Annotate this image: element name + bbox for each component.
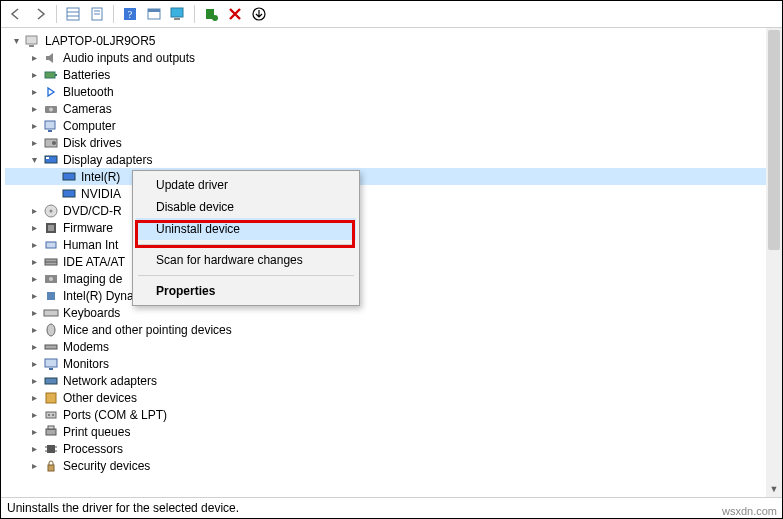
forward-button[interactable] (29, 3, 51, 25)
expand-icon[interactable]: ▸ (27, 119, 41, 133)
action-button[interactable] (143, 3, 165, 25)
tree-category[interactable]: ▸ Human Int (5, 236, 766, 253)
tree-category[interactable]: ▸ Ports (COM & LPT) (5, 406, 766, 423)
expand-icon[interactable]: ▸ (27, 391, 41, 405)
tree-category[interactable]: ▸ Processors (5, 440, 766, 457)
menu-item-scan-hardware[interactable]: Scan for hardware changes (136, 249, 356, 271)
ide-icon (43, 254, 59, 270)
page-icon (90, 7, 104, 21)
add-legacy-button[interactable] (200, 3, 222, 25)
camera-icon (43, 101, 59, 117)
svg-rect-46 (46, 412, 56, 418)
tree-category[interactable]: ▸ Print queues (5, 423, 766, 440)
expand-icon[interactable]: ▸ (27, 323, 41, 337)
category-label: Modems (63, 340, 109, 354)
scroll-down-icon[interactable]: ▼ (766, 481, 782, 497)
category-label: Firmware (63, 221, 113, 235)
vertical-scrollbar[interactable]: ▲ ▼ (766, 28, 782, 497)
tree-category[interactable]: ▸ Firmware (5, 219, 766, 236)
tree-category[interactable]: ▸ Keyboards (5, 304, 766, 321)
svg-point-24 (52, 141, 56, 145)
tree-category[interactable]: ▸ Imaging de (5, 270, 766, 287)
svg-rect-15 (26, 36, 37, 44)
tree-category[interactable]: ▸ Other devices (5, 389, 766, 406)
help-icon: ? (123, 7, 137, 21)
properties-button[interactable] (86, 3, 108, 25)
menu-separator (138, 244, 354, 245)
tree-device-nvidia[interactable]: ▸ NVIDIA (5, 185, 766, 202)
tree-category[interactable]: ▸ Mice and other pointing devices (5, 321, 766, 338)
uninstall-button[interactable] (224, 3, 246, 25)
expand-icon[interactable]: ▸ (27, 442, 41, 456)
expand-icon[interactable]: ▸ (27, 85, 41, 99)
tree-category[interactable]: ▸ Cameras (5, 100, 766, 117)
device-label: NVIDIA (81, 187, 121, 201)
display-adapter-icon (61, 186, 77, 202)
device-tree[interactable]: ▾ LAPTOP-0LJR9OR5 ▸ Audio inputs and out… (1, 28, 766, 497)
svg-rect-32 (48, 225, 54, 231)
tree-category-display[interactable]: ▾ Display adapters (5, 151, 766, 168)
tree-category[interactable]: ▸ Batteries (5, 66, 766, 83)
disk-icon (43, 135, 59, 151)
collapse-icon[interactable]: ▾ (27, 153, 41, 167)
update-driver-button[interactable] (248, 3, 270, 25)
menu-item-disable-device[interactable]: Disable device (136, 196, 356, 218)
expand-icon[interactable]: ▸ (27, 459, 41, 473)
expand-icon[interactable]: ▸ (27, 340, 41, 354)
computer-node-icon (43, 118, 59, 134)
expand-icon[interactable]: ▸ (27, 306, 41, 320)
expand-icon[interactable]: ▸ (27, 221, 41, 235)
device-label: Intel(R) (81, 170, 120, 184)
menu-item-uninstall-device[interactable]: Uninstall device (136, 218, 356, 240)
show-hidden-button[interactable] (62, 3, 84, 25)
expand-icon[interactable]: ▸ (27, 289, 41, 303)
expand-icon[interactable]: ▸ (27, 136, 41, 150)
back-button[interactable] (5, 3, 27, 25)
tree-category[interactable]: ▸ DVD/CD-R (5, 202, 766, 219)
tree-category[interactable]: ▸ Modems (5, 338, 766, 355)
scan-button[interactable] (167, 3, 189, 25)
tree-category[interactable]: ▸ Monitors (5, 355, 766, 372)
svg-rect-45 (46, 393, 56, 403)
scrollbar-thumb[interactable] (768, 30, 780, 250)
window-icon (147, 7, 161, 21)
tree-category[interactable]: ▸ Computer (5, 117, 766, 134)
expand-icon[interactable]: ▸ (27, 357, 41, 371)
monitor-scan-icon (170, 7, 186, 21)
menu-item-update-driver[interactable]: Update driver (136, 174, 356, 196)
svg-point-20 (49, 107, 53, 111)
tree-category[interactable]: ▸ Audio inputs and outputs (5, 49, 766, 66)
expand-icon[interactable]: ▸ (27, 102, 41, 116)
expand-icon[interactable]: ▸ (27, 374, 41, 388)
expand-icon[interactable]: ▸ (27, 238, 41, 252)
category-label: Bluetooth (63, 85, 114, 99)
tree-root[interactable]: ▾ LAPTOP-0LJR9OR5 (5, 32, 766, 49)
category-label: DVD/CD-R (63, 204, 122, 218)
collapse-icon[interactable]: ▾ (9, 34, 23, 48)
category-label: Imaging de (63, 272, 122, 286)
menu-item-properties[interactable]: Properties (136, 280, 356, 302)
context-menu: Update driver Disable device Uninstall d… (132, 170, 360, 306)
menu-item-label: Uninstall device (156, 222, 240, 236)
expand-icon[interactable]: ▸ (27, 68, 41, 82)
tree-category[interactable]: ▸ Bluetooth (5, 83, 766, 100)
expand-icon[interactable]: ▸ (27, 425, 41, 439)
keyboard-icon (43, 305, 59, 321)
tree-category[interactable]: ▸ Intel(R) Dynamic Platform and Thermal … (5, 287, 766, 304)
help-button[interactable]: ? (119, 3, 141, 25)
category-label: Ports (COM & LPT) (63, 408, 167, 422)
expand-icon[interactable]: ▸ (27, 51, 41, 65)
tree-device-intel[interactable]: ▸ Intel(R) (5, 168, 766, 185)
tree-category[interactable]: ▸ IDE ATA/AT (5, 253, 766, 270)
tree-category[interactable]: ▸ Disk drives (5, 134, 766, 151)
expand-icon[interactable]: ▸ (27, 408, 41, 422)
expand-icon[interactable]: ▸ (27, 255, 41, 269)
svg-rect-9 (148, 9, 160, 12)
chip-add-icon (204, 7, 218, 21)
expand-icon[interactable]: ▸ (27, 272, 41, 286)
category-label: Security devices (63, 459, 150, 473)
category-label: IDE ATA/AT (63, 255, 125, 269)
expand-icon[interactable]: ▸ (27, 204, 41, 218)
tree-category[interactable]: ▸ Security devices (5, 457, 766, 474)
tree-category[interactable]: ▸ Network adapters (5, 372, 766, 389)
